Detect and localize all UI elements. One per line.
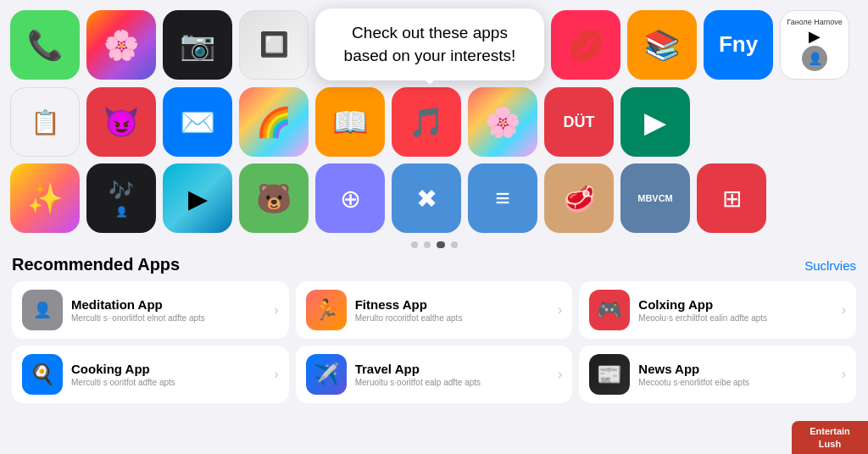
app-icon-google-play-small[interactable]: Ганоле Hamove ▶ 👤: [780, 10, 849, 80]
app-icon-photos3[interactable]: 🌸: [468, 87, 537, 157]
travel-icon: ✈️: [306, 354, 347, 395]
app-icon-red-mask[interactable]: 😈: [86, 87, 156, 157]
recommended-header: Recommended Apps Suclrvies: [12, 255, 856, 274]
app-icon-mavom[interactable]: MBVCM: [620, 163, 690, 233]
news-info: News App Mecootu s·enorlitfot eibe apts: [638, 362, 836, 387]
meditation-info: Meditation App Merculti s· onorlitfot el…: [71, 297, 269, 323]
app-icon-grid-menu[interactable]: ⊞: [697, 163, 766, 233]
app-list-row2: 🍳 Cooking App Merculti s·ooritfot adfte …: [12, 346, 856, 403]
app-icon-camera[interactable]: 📷: [163, 10, 232, 80]
app-icon-dut[interactable]: DÜT: [544, 87, 614, 157]
app-grid-row2: 📋 😈 ✉️ 🌈 📖 🎵 🌸 DÜT ▶: [10, 87, 858, 157]
travel-desc: Meruoltu s·ooritfot ealp adfte apts: [355, 378, 553, 387]
app-list-item-travel[interactable]: ✈️ Travel App Meruoltu s·ooritfot ealp a…: [296, 346, 573, 403]
cooking-info: Cooking App Merculti s·ooritfot adfte ap…: [71, 362, 269, 387]
app-icon-bluetooth[interactable]: ✖: [392, 163, 461, 233]
app-icon-food[interactable]: 🥩: [544, 163, 614, 233]
app-icon-circle-menu[interactable]: ⊕: [315, 163, 385, 233]
meditation-chevron: ›: [274, 302, 278, 318]
colxing-chevron: ›: [842, 302, 846, 318]
tooltip-bubble: Check out these apps based on your inter…: [315, 8, 544, 80]
app-grid-row1: 📞 🌸 📷 🔲 Check out these apps based on yo…: [10, 8, 858, 80]
travel-info: Travel App Meruoltu s·ooritfot ealp adft…: [355, 362, 553, 387]
fitness-desc: Merulto rocoritfot ealthe apts: [355, 313, 553, 323]
cooking-desc: Merculti s·ooritfot adfte apts: [71, 378, 269, 387]
app-icon-photos[interactable]: 🌸: [86, 10, 156, 80]
fitness-chevron: ›: [558, 302, 562, 318]
app-icon-google-play2[interactable]: ▶: [620, 87, 690, 157]
app-icon-mail[interactable]: ✉️: [163, 87, 232, 157]
app-icon-colorful-photos[interactable]: 🌈: [239, 87, 309, 157]
app-icon-music[interactable]: 🎵: [392, 87, 461, 157]
recommended-link[interactable]: Suclrvies: [804, 258, 856, 273]
fitness-icon: 🏃: [306, 290, 347, 330]
colxing-name: Colxing App: [638, 297, 836, 312]
app-icon-books[interactable]: 📚: [627, 10, 697, 80]
dot-3[interactable]: [437, 241, 445, 248]
app-grid-section: 📞 🌸 📷 🔲 Check out these apps based on yo…: [0, 0, 868, 233]
dot-2[interactable]: [424, 241, 431, 248]
app-icon-fny[interactable]: Fny: [704, 10, 773, 80]
app-icon-red-lips[interactable]: 💋: [551, 10, 620, 80]
cooking-name: Cooking App: [71, 362, 269, 376]
app-list-item-cooking[interactable]: 🍳 Cooking App Merculti s·ooritfot adfte …: [12, 346, 289, 403]
meditation-icon: 👤: [22, 290, 63, 330]
app-icon-sparkle[interactable]: ✨: [10, 163, 80, 233]
cooking-chevron: ›: [274, 367, 278, 382]
watermark: Entertain Lush: [792, 421, 868, 454]
app-list-row1: 👤 Meditation App Merculti s· onorlitfot …: [12, 281, 856, 339]
app-list-item-meditation[interactable]: 👤 Meditation App Merculti s· onorlitfot …: [12, 281, 289, 339]
app-list-item-colxing[interactable]: 🎮 Colxing App Meoolu·s erchiltfot ealin …: [579, 281, 856, 339]
colxing-desc: Meoolu·s erchiltfot ealin adfte apts: [638, 313, 836, 323]
recommended-section: Recommended Apps Suclrvies 👤 Meditation …: [0, 255, 868, 403]
meditation-name: Meditation App: [71, 297, 269, 312]
pagination-dots: [0, 238, 868, 255]
app-icon-music-dark[interactable]: 🎶 👤: [86, 163, 156, 233]
app-icon-phone[interactable]: 📞: [10, 10, 80, 80]
cooking-icon: 🍳: [22, 354, 63, 395]
app-icon-books2[interactable]: 📖: [315, 87, 385, 157]
app-grid-row3: ✨ 🎶 👤 ▶ 🐻 ⊕ ✖ ≡ 🥩 MBVCM ⊞: [10, 163, 858, 233]
app-icon-blur[interactable]: 🔲: [239, 10, 309, 80]
app-list-item-news[interactable]: 📰 News App Mecootu s·enorlitfot eibe apt…: [579, 346, 856, 403]
app-icon-layers[interactable]: ≡: [468, 163, 537, 233]
app-icon-notes[interactable]: 📋: [10, 87, 80, 157]
app-icon-google-play3[interactable]: ▶: [163, 163, 232, 233]
app-icon-bear[interactable]: 🐻: [239, 163, 309, 233]
news-desc: Mecootu s·enorlitfot eibe apts: [638, 378, 836, 387]
fitness-name: Fitness App: [355, 297, 553, 312]
recommended-title: Recommended Apps: [12, 255, 180, 274]
fitness-info: Fitness App Merulto rocoritfot ealthe ap…: [355, 297, 553, 323]
travel-name: Travel App: [355, 362, 553, 376]
meditation-desc: Merculti s· onorlitfot elnot adfte apts: [71, 313, 269, 323]
news-icon: 📰: [589, 354, 630, 395]
colxing-info: Colxing App Meoolu·s erchiltfot ealin ad…: [638, 297, 836, 323]
app-list-item-fitness[interactable]: 🏃 Fitness App Merulto rocoritfot ealthe …: [296, 281, 573, 339]
travel-chevron: ›: [558, 367, 562, 382]
dot-1[interactable]: [411, 241, 418, 248]
news-name: News App: [638, 362, 836, 376]
dot-4[interactable]: [451, 241, 458, 248]
news-chevron: ›: [842, 367, 846, 382]
colxing-icon: 🎮: [589, 290, 630, 330]
